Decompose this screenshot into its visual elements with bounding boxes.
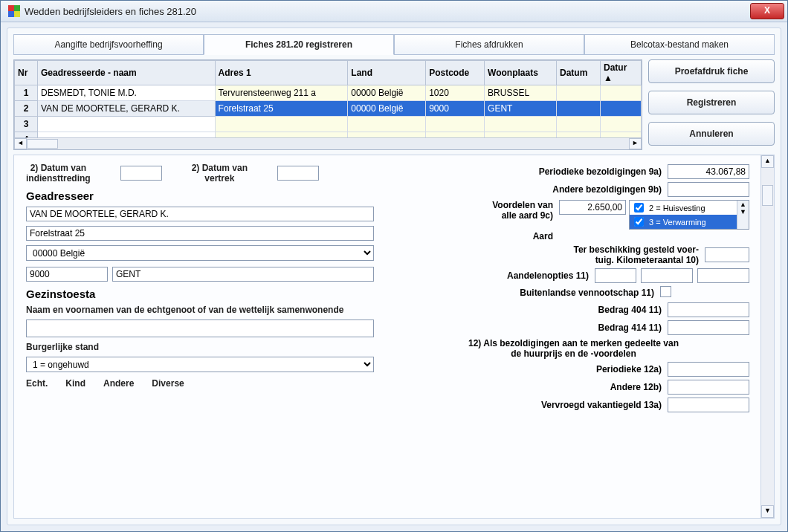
client-area: Aangifte bedrijfsvoorheffing Fiches 281.… bbox=[1, 22, 787, 531]
upper-area: Nr Geadresseerde - naam Adres 1 Land Pos… bbox=[13, 59, 775, 150]
table-row[interactable]: 1 DESMEDT, TONIE M.D. Tervurensteenweg 2… bbox=[15, 85, 642, 101]
col-land[interactable]: Land bbox=[348, 61, 426, 85]
label-9b: Andere bezoldigingen 9b) bbox=[398, 184, 668, 195]
scroll-thumb-v[interactable] bbox=[762, 185, 773, 206]
input-11b[interactable] bbox=[641, 268, 693, 283]
table-row[interactable]: 2 VAN DE MOORTELE, GERARD K. Forelstraat… bbox=[15, 101, 642, 117]
input-12b[interactable] bbox=[668, 380, 749, 395]
app-window: Wedden bedrijfsleiders en fiches 281.20 … bbox=[0, 0, 788, 532]
label-echt: Echt. bbox=[26, 378, 48, 389]
label-404: Bedrag 404 11) bbox=[398, 305, 668, 315]
col-adres[interactable]: Adres 1 bbox=[215, 61, 348, 85]
aard-listbox[interactable]: 2 = Huisvesting 3 = Verwarming ▲▼ bbox=[629, 200, 749, 230]
form-vscroll[interactable]: ▲ ▼ bbox=[760, 155, 774, 518]
input-404[interactable] bbox=[668, 302, 749, 317]
input-414[interactable] bbox=[668, 320, 749, 335]
label-12b: Andere 12b) bbox=[398, 382, 668, 392]
label-datum-indienst: 2) Datum vanindiensttreding bbox=[26, 163, 91, 184]
aard-dropdown-icon[interactable]: ▲▼ bbox=[737, 201, 749, 229]
label-13a: Vervroegd vakantiegeld 13a) bbox=[398, 400, 668, 410]
col-woonplaats[interactable]: Woonplaats bbox=[485, 61, 557, 85]
label-burgerlijke-stand: Burgerlijke stand bbox=[26, 342, 374, 352]
datum-indienst-input[interactable] bbox=[120, 166, 162, 181]
scroll-left-icon[interactable]: ◄ bbox=[14, 138, 27, 149]
woonplaats-input[interactable] bbox=[112, 267, 374, 282]
label-9c: Voordelen vanalle aard 9c)Aard bbox=[398, 200, 559, 241]
scroll-right-icon[interactable]: ► bbox=[629, 138, 642, 149]
label-datum-vertrek: 2) Datum vanvertrek bbox=[192, 163, 248, 184]
tab-aangifte[interactable]: Aangifte bedrijfsvoorheffing bbox=[13, 34, 204, 55]
input-11c[interactable] bbox=[697, 268, 749, 283]
svg-rect-2 bbox=[8, 11, 14, 17]
label-10: Ter beschikking gesteld voer-tuig. Kilom… bbox=[398, 244, 705, 265]
proefafdruk-button[interactable]: Proefafdruk fiche bbox=[648, 59, 775, 83]
label-414: Bedrag 414 11) bbox=[398, 322, 668, 333]
action-buttons: Proefafdruk fiche Registreren Annuleren bbox=[648, 59, 775, 150]
detail-form: 2) Datum vanindiensttreding 2) Datum van… bbox=[13, 155, 775, 519]
label-11-buitenlands: Buitenlandse vennootschap 11) bbox=[398, 288, 660, 298]
label-echtgenoot: Naam en voornamen van de echtgenoot of v… bbox=[26, 305, 374, 315]
tab-belcotax[interactable]: Belcotax-bestand maken bbox=[584, 34, 775, 55]
input-9c[interactable] bbox=[559, 200, 626, 215]
table-row[interactable]: 3 bbox=[15, 117, 642, 132]
echtgenoot-input[interactable] bbox=[26, 319, 374, 337]
label-9a: Periodieke bezoldigingen 9a) bbox=[398, 166, 668, 177]
aard-check-3[interactable] bbox=[634, 217, 644, 227]
app-icon bbox=[8, 5, 20, 17]
label-11: Aandelenopties 11) bbox=[398, 270, 595, 281]
input-9a[interactable] bbox=[668, 164, 749, 179]
registreren-button[interactable]: Registreren bbox=[648, 91, 775, 114]
svg-rect-1 bbox=[14, 5, 20, 11]
adres-input[interactable] bbox=[26, 226, 374, 241]
col-postcode[interactable]: Postcode bbox=[426, 61, 485, 85]
col-datur[interactable]: Datur ▲ bbox=[600, 61, 641, 85]
svg-rect-3 bbox=[14, 11, 20, 17]
section-geadresseerde: Geadresseer bbox=[26, 189, 374, 202]
main-panel: Aangifte bedrijfsvoorheffing Fiches 281.… bbox=[7, 27, 781, 525]
input-11a[interactable] bbox=[595, 268, 636, 283]
window-title: Wedden bedrijfsleiders en fiches 281.20 bbox=[25, 6, 750, 17]
label-12a: Periodieke 12a) bbox=[398, 364, 668, 374]
tabstrip: Aangifte bedrijfsvoorheffing Fiches 281.… bbox=[13, 34, 775, 55]
input-12a[interactable] bbox=[668, 362, 749, 377]
label-diverse: Diverse bbox=[152, 378, 184, 389]
postcode-input[interactable] bbox=[26, 267, 108, 282]
label-andere: Andere bbox=[103, 378, 134, 389]
scroll-down-icon[interactable]: ▼ bbox=[761, 505, 774, 518]
aard-check-2[interactable] bbox=[634, 203, 644, 213]
col-naam[interactable]: Geadresseerde - naam bbox=[37, 61, 215, 85]
grid-hscroll[interactable]: ◄ ► bbox=[14, 137, 642, 149]
titlebar: Wedden bedrijfsleiders en fiches 281.20 … bbox=[1, 1, 787, 22]
datum-vertrek-input[interactable] bbox=[277, 166, 319, 181]
section-gezinstoestand: Gezinstoesta bbox=[26, 288, 374, 300]
scroll-up-icon[interactable]: ▲ bbox=[761, 155, 774, 168]
input-9b[interactable] bbox=[668, 182, 749, 197]
label-12: 12) Als bezoldigingen aan te merken gede… bbox=[398, 338, 749, 359]
tab-fiches-afdrukken[interactable]: Fiches afdrukken bbox=[394, 34, 584, 55]
input-13a[interactable] bbox=[668, 398, 749, 412]
col-nr[interactable]: Nr bbox=[15, 61, 38, 85]
scroll-thumb[interactable] bbox=[27, 139, 58, 149]
input-10[interactable] bbox=[705, 247, 749, 262]
annuleren-button[interactable]: Annuleren bbox=[648, 122, 775, 146]
records-grid[interactable]: Nr Geadresseerde - naam Adres 1 Land Pos… bbox=[13, 59, 642, 150]
svg-rect-0 bbox=[8, 5, 14, 11]
col-datum[interactable]: Datum bbox=[557, 61, 601, 85]
naam-input[interactable] bbox=[26, 207, 374, 221]
close-button[interactable]: X bbox=[750, 3, 784, 19]
burgerlijke-stand-select[interactable]: 1 = ongehuwd bbox=[26, 357, 374, 372]
tab-fiches-registreren[interactable]: Fiches 281.20 registreren bbox=[204, 34, 394, 55]
land-select[interactable]: 00000 België bbox=[26, 245, 374, 261]
label-kind: Kind bbox=[65, 378, 85, 389]
checkbox-11-buitenlands[interactable] bbox=[660, 286, 671, 297]
